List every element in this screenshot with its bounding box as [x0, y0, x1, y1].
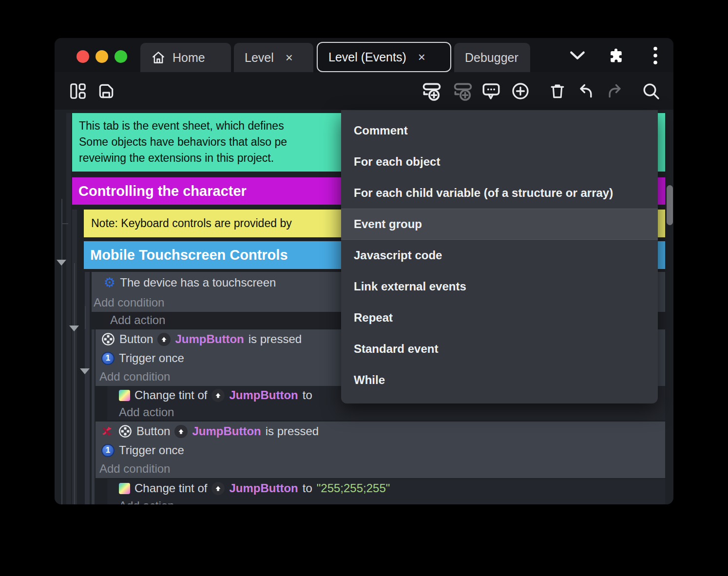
- home-icon: [151, 50, 166, 65]
- menu-item-event-group[interactable]: Event group: [341, 209, 658, 240]
- object-name: JumpButton: [192, 424, 261, 438]
- close-tab-icon[interactable]: ×: [418, 50, 425, 65]
- menu-item-while[interactable]: While: [341, 365, 658, 396]
- collapse-arrow-icon[interactable]: [69, 326, 79, 331]
- action-text: Change tint of: [134, 481, 207, 495]
- object-name: JumpButton: [229, 388, 298, 402]
- tree-guideline: [61, 199, 62, 504]
- add-condition-link[interactable]: Add condition: [99, 462, 170, 476]
- minimize-window-button[interactable]: [96, 50, 108, 63]
- condition-object: Button: [136, 424, 170, 438]
- tab-home[interactable]: Home: [140, 43, 231, 72]
- add-subevent-button[interactable]: [450, 78, 476, 104]
- condition-suffix: is pressed: [266, 424, 319, 438]
- jumpbutton-arrow-icon: [157, 333, 171, 346]
- condition-object: Button: [119, 332, 153, 346]
- menu-item-for-each-child-variable[interactable]: For each child variable (of a structure …: [341, 177, 658, 209]
- group-title: Controlling the character: [78, 183, 247, 199]
- tree-guideline: [61, 223, 68, 224]
- undo-button[interactable]: [573, 78, 598, 104]
- save-button[interactable]: [94, 78, 119, 104]
- tab-label: Level: [245, 51, 274, 65]
- menu-item-link-external-events[interactable]: Link external events: [341, 271, 658, 302]
- menu-item-for-each-object[interactable]: For each object: [341, 146, 658, 177]
- jumpbutton-arrow-icon: [174, 425, 188, 438]
- indent-strip: [92, 329, 95, 504]
- tab-list-dropdown-button[interactable]: [567, 48, 588, 63]
- action-row[interactable]: Change tint of JumpButton to "255;255;25…: [107, 479, 665, 504]
- zoom-window-button[interactable]: [115, 50, 127, 63]
- redo-button[interactable]: [602, 78, 628, 104]
- vertical-scrollbar-thumb[interactable]: [667, 185, 673, 225]
- app-window: Home Level × Level (Events) × Debugger: [55, 38, 673, 504]
- tab-label: Debugger: [465, 51, 518, 65]
- object-name: JumpButton: [175, 332, 244, 346]
- menu-item-standard-event[interactable]: Standard event: [341, 333, 658, 365]
- action-value: "255;255;255": [317, 481, 390, 495]
- jumpbutton-arrow-icon: [211, 389, 225, 402]
- addons-puzzle-button[interactable]: [605, 45, 627, 66]
- close-window-button[interactable]: [77, 50, 89, 63]
- action-text: Change tint of: [134, 388, 207, 402]
- tree-guideline: [85, 306, 86, 329]
- add-event-button[interactable]: [419, 78, 444, 104]
- close-tab-icon[interactable]: ×: [286, 50, 293, 65]
- menu-item-repeat[interactable]: Repeat: [341, 302, 658, 333]
- titlebar: Home Level × Level (Events) × Debugger: [55, 38, 673, 72]
- jumpbutton-arrow-icon: [211, 482, 225, 495]
- collapse-arrow-icon[interactable]: [80, 368, 90, 374]
- gamepad-button-icon: [118, 424, 132, 438]
- add-condition-link[interactable]: Add condition: [94, 296, 164, 309]
- condition-text: Trigger once: [119, 351, 184, 365]
- tint-icon: [119, 390, 130, 401]
- collapse-arrow-icon[interactable]: [57, 260, 66, 266]
- action-suffix: to: [303, 481, 312, 495]
- event-block[interactable]: Button JumpButton is pressed 1 Trigger o…: [96, 422, 665, 478]
- add-action-link[interactable]: Add action: [119, 405, 174, 419]
- trigger-once-icon: 1: [101, 444, 115, 457]
- note-text: Note: Keyboard controls are provided by: [91, 217, 292, 230]
- add-comment-button[interactable]: [479, 78, 504, 104]
- object-name: JumpButton: [229, 481, 298, 495]
- trigger-once-icon: 1: [101, 352, 115, 365]
- toolbar: [55, 72, 673, 110]
- inverted-condition-icon: [101, 425, 114, 438]
- menu-item-comment[interactable]: Comment: [341, 115, 658, 146]
- condition-suffix: is pressed: [249, 332, 302, 346]
- tab-label: Home: [172, 51, 205, 65]
- condition-text: The device has a touchscreen: [120, 276, 276, 289]
- tint-icon: [119, 483, 130, 494]
- insert-new-button[interactable]: [508, 78, 533, 104]
- tab-debugger[interactable]: Debugger: [454, 43, 530, 72]
- search-button[interactable]: [638, 78, 664, 104]
- delete-button[interactable]: [545, 78, 570, 104]
- menu-item-javascript-code[interactable]: Javascript code: [341, 240, 658, 271]
- add-action-link[interactable]: Add action: [119, 499, 174, 504]
- tree-guideline: [74, 263, 75, 504]
- add-condition-link[interactable]: Add condition: [99, 370, 170, 384]
- group-title: Mobile Touchscreen Controls: [90, 247, 288, 263]
- condition-text: Trigger once: [119, 443, 184, 457]
- main-menu-kebab-button[interactable]: [648, 46, 663, 65]
- layout-panels-button[interactable]: [65, 78, 91, 104]
- add-action-link[interactable]: Add action: [110, 313, 165, 327]
- system-gear-icon: ⚙: [104, 276, 115, 289]
- add-event-context-menu: Comment For each object For each child v…: [341, 110, 658, 403]
- tab-level[interactable]: Level ×: [234, 43, 313, 72]
- action-suffix: to: [303, 388, 312, 402]
- indent-strip: [66, 113, 71, 504]
- tab-label: Level (Events): [328, 50, 406, 64]
- tab-level-events[interactable]: Level (Events) ×: [317, 42, 451, 72]
- gamepad-button-icon: [101, 332, 115, 346]
